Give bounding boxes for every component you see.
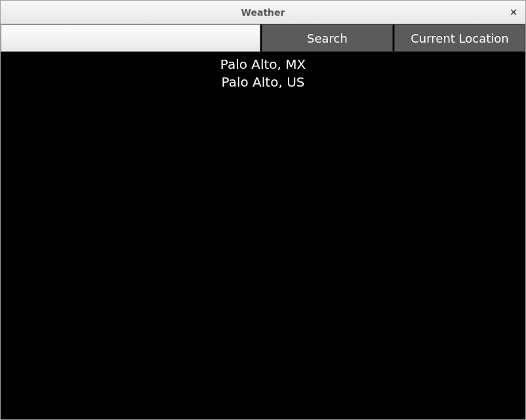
window-title: Weather: [241, 7, 285, 18]
titlebar: Weather ✕: [1, 1, 525, 24]
results-list: Palo Alto, MX Palo Alto, US: [1, 56, 525, 91]
search-input[interactable]: [1, 24, 260, 52]
close-icon: ✕: [510, 7, 518, 18]
close-button[interactable]: ✕: [507, 6, 520, 19]
content-area: Palo Alto, MX Palo Alto, US: [1, 52, 525, 419]
window-frame: Weather ✕ Search Current Location Palo A…: [0, 0, 526, 420]
result-item[interactable]: Palo Alto, US: [1, 74, 525, 91]
toolbar: Search Current Location: [1, 24, 525, 52]
result-item[interactable]: Palo Alto, MX: [1, 56, 525, 74]
current-location-button[interactable]: Current Location: [394, 24, 525, 52]
search-button[interactable]: Search: [262, 24, 393, 52]
